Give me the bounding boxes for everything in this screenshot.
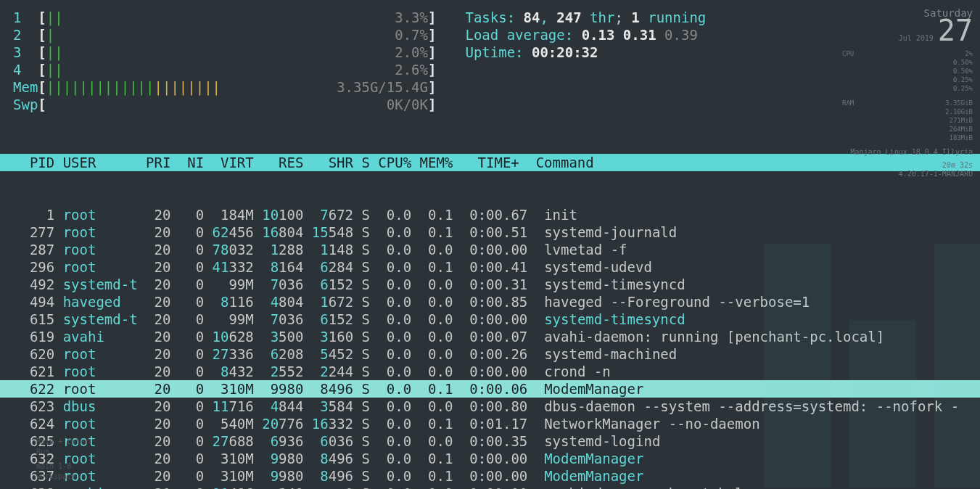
table-row[interactable]: 287 root 20 0 78032 1288 1148 S 0.0 0.0 …	[0, 241, 980, 258]
table-row[interactable]: 625 root 20 0 27688 6936 6036 S 0.0 0.0 …	[0, 432, 980, 450]
table-row[interactable]: 621 root 20 0 8432 2552 2244 S 0.0 0.0 0…	[0, 363, 980, 380]
table-row[interactable]: 619 avahi 20 0 10628 3500 3160 S 0.0 0.0…	[0, 328, 980, 345]
table-row[interactable]: 638 avahi 20 0 10496 340 0 S 0.0 0.0 0:0…	[0, 485, 980, 489]
process-table[interactable]: PID USER PRI NI VIRT RES SHR S CPU% MEM%…	[0, 119, 980, 489]
table-row[interactable]: 624 root 20 0 540M 20776 16332 S 0.0 0.1…	[0, 415, 980, 432]
widget-day: 27	[938, 14, 973, 47]
cpu-mem-meters: 1 [|| 3.3%] 2 [| 0.7%] 3 [|| 2.0%] 4 [||	[13, 9, 436, 113]
table-row[interactable]: 615 systemd-t 20 0 99M 7036 6152 S 0.0 0…	[0, 311, 980, 328]
table-row[interactable]: 494 haveged 20 0 8116 4804 1672 S 0.0 0.…	[0, 293, 980, 311]
table-row[interactable]: 620 root 20 0 27336 6208 5452 S 0.0 0.0 …	[0, 345, 980, 363]
table-row[interactable]: 632 root 20 0 310M 9980 8496 S 0.0 0.1 0…	[0, 450, 980, 467]
table-row[interactable]: 492 systemd-t 20 0 99M 7036 6152 S 0.0 0…	[0, 276, 980, 293]
table-row[interactable]: 623 dbus 20 0 11716 4844 3584 S 0.0 0.0 …	[0, 398, 980, 415]
desktop-widget: Saturday Jul 2019 27 CPU2% 0.50%0.50%0.2…	[842, 9, 973, 178]
table-row[interactable]: 622 root 20 0 310M 9980 8496 S 0.0 0.1 0…	[0, 380, 980, 398]
tasks-summary: Tasks: 84, 247 thr; 1 running Load avera…	[465, 9, 706, 113]
table-row[interactable]: 637 root 20 0 310M 9980 8496 S 0.0 0.1 0…	[0, 467, 980, 485]
htop-header: 1 [|| 3.3%] 2 [| 0.7%] 3 [|| 2.0%] 4 [||	[0, 0, 980, 119]
table-header[interactable]: PID USER PRI NI VIRT RES SHR S CPU% MEM%…	[0, 154, 980, 171]
table-row[interactable]: 296 root 20 0 41332 8164 6284 S 0.0 0.1 …	[0, 258, 980, 276]
table-row[interactable]: 277 root 20 0 62456 16804 15548 S 0.0 0.…	[0, 223, 980, 241]
table-row[interactable]: 1 root 20 0 184M 10100 7672 S 0.0 0.1 0:…	[0, 206, 980, 223]
